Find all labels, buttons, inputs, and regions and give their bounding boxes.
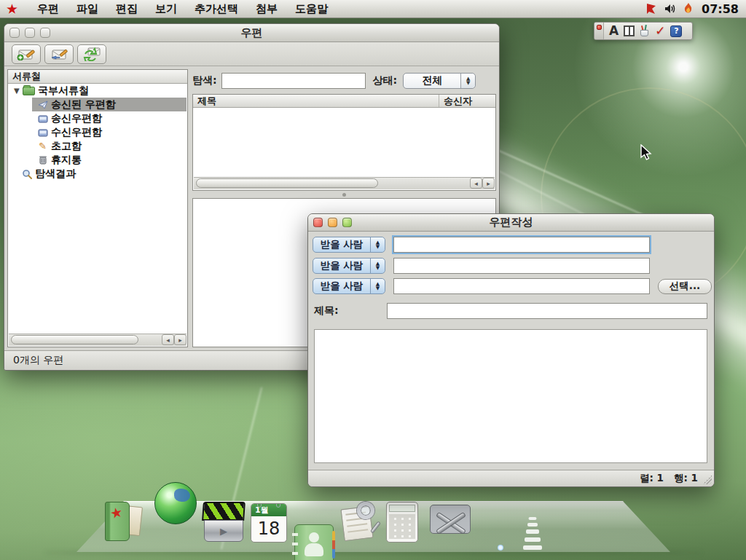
- recipient-input-2[interactable]: [393, 258, 650, 274]
- mail-titlebar[interactable]: 우편: [4, 24, 499, 42]
- subject-label: 제목:: [314, 304, 339, 318]
- running-app-indicator: [498, 545, 503, 551]
- torch-tray-icon[interactable]: [683, 2, 696, 15]
- menu-file[interactable]: 파일: [68, 0, 107, 18]
- status-dropdown[interactable]: 전체 ▲▼: [403, 73, 476, 89]
- tree-item-label: 수신우편함: [51, 126, 102, 139]
- paper-plane-icon: [37, 100, 48, 109]
- resize-grip[interactable]: [703, 476, 712, 484]
- inbox-icon: [37, 127, 48, 137]
- tree-root-label: 국부서류철: [38, 84, 89, 98]
- menu-mail[interactable]: 우편: [28, 0, 68, 18]
- dock-system-tools-icon[interactable]: [428, 502, 472, 543]
- flag-tray-icon[interactable]: [645, 2, 658, 15]
- message-list[interactable]: 제목 송신자 ◂ ▸: [192, 94, 496, 191]
- search-input[interactable]: [221, 73, 366, 89]
- checkmark-icon[interactable]: ✓: [655, 25, 665, 37]
- status-dropdown-value: 전체: [404, 74, 460, 87]
- dropdown-spinner-icon[interactable]: ▲▼: [460, 74, 475, 88]
- menu-options[interactable]: 추가선택: [186, 0, 247, 18]
- new-mail-icon: [17, 47, 36, 60]
- folder-tree-header[interactable]: 서류철: [8, 70, 187, 84]
- folder-icon: [23, 87, 35, 95]
- menubar: ★ 우편 파일 편집 보기 추가선택 첨부 도움말 07:58: [0, 0, 746, 18]
- recipient-type-dropdown[interactable]: 받을 사람 ▲▼: [313, 278, 385, 294]
- ime-close-icon[interactable]: [597, 25, 602, 30]
- column-sender[interactable]: 송신자: [439, 95, 495, 107]
- dock-calendar-icon[interactable]: 1월 18: [251, 503, 287, 543]
- dock-contacts-icon[interactable]: [294, 524, 334, 560]
- subject-input[interactable]: [387, 303, 707, 319]
- dock-media-player-icon[interactable]: ▶: [203, 502, 245, 543]
- recipient-type-value: 받을 사람: [313, 238, 370, 251]
- recipient-row-1: 받을 사람 ▲▼: [313, 237, 707, 253]
- mail-count-text: 0개의 우편: [13, 354, 63, 367]
- column-indicator: 렬: 1: [640, 472, 664, 485]
- scrollbar-thumb[interactable]: [196, 178, 378, 188]
- mail-window-title: 우편: [4, 26, 499, 40]
- dropdown-spinner-icon[interactable]: ▲▼: [370, 279, 385, 293]
- tree-item-inbox[interactable]: 수신우편함: [8, 125, 187, 139]
- list-horizontal-scrollbar[interactable]: ◂ ▸: [194, 177, 495, 189]
- red-star-menu-icon[interactable]: ★: [6, 0, 18, 18]
- dock-document-viewer-icon[interactable]: [338, 500, 379, 543]
- dock-browser-icon[interactable]: [154, 482, 197, 524]
- compose-mail-button[interactable]: [12, 44, 41, 64]
- select-recipient-button[interactable]: 선택...: [658, 279, 712, 294]
- message-body-editor[interactable]: [314, 329, 707, 463]
- layout-panes-icon[interactable]: [624, 25, 635, 36]
- menu-edit[interactable]: 편집: [107, 0, 146, 18]
- mail-toolbar: [4, 42, 499, 66]
- scroll-left-button[interactable]: ◂: [470, 178, 482, 189]
- send-receive-button[interactable]: [77, 44, 106, 64]
- recipient-type-dropdown[interactable]: 받을 사람 ▲▼: [313, 237, 385, 253]
- menu-attach[interactable]: 첨부: [247, 0, 286, 18]
- tree-root-folder[interactable]: ▼ 국부서류철: [8, 84, 187, 98]
- ime-palette: A ✓ ?: [594, 22, 693, 40]
- tree-horizontal-scrollbar[interactable]: ◂ ▸: [9, 334, 186, 346]
- calendar-day: 18: [251, 516, 286, 541]
- scroll-left-button[interactable]: ◂: [162, 334, 174, 345]
- ime-grip[interactable]: [594, 23, 604, 39]
- pencil-cup-icon[interactable]: [640, 25, 650, 36]
- recipient-input-3[interactable]: [393, 278, 650, 294]
- dock: ★ ▶ 1월 18 ♻: [0, 500, 746, 560]
- dock-calculator-icon[interactable]: [386, 502, 418, 543]
- magnifier-icon: [21, 169, 32, 178]
- tree-item-sent[interactable]: 송신된 우편함: [8, 98, 187, 111]
- trash-icon: [37, 155, 48, 165]
- platform-dash-marks: [522, 512, 543, 550]
- recipient-input-1[interactable]: [393, 237, 650, 253]
- recipient-type-dropdown[interactable]: 받을 사람 ▲▼: [313, 258, 385, 274]
- dropdown-spinner-icon[interactable]: ▲▼: [370, 237, 385, 252]
- menu-view[interactable]: 보기: [146, 0, 186, 18]
- tree-item-search-results[interactable]: 탐색결과: [8, 167, 187, 181]
- compose-titlebar[interactable]: 우편작성: [308, 214, 714, 232]
- row-indicator: 행: 1: [674, 472, 698, 485]
- reply-mail-button[interactable]: [44, 44, 74, 64]
- tree-item-outbox[interactable]: 송신우편함: [8, 111, 187, 125]
- tree-item-trash[interactable]: 휴지통: [8, 153, 187, 167]
- dock-documents-icon[interactable]: ★: [103, 500, 144, 543]
- font-icon[interactable]: A: [609, 25, 619, 37]
- scroll-right-button[interactable]: ▸: [482, 178, 495, 189]
- dropdown-spinner-icon[interactable]: ▲▼: [370, 259, 385, 273]
- scroll-right-button[interactable]: ▸: [174, 334, 186, 345]
- message-list-header: 제목 송신자: [193, 95, 495, 108]
- expander-icon[interactable]: ▼: [14, 87, 23, 95]
- outbox-icon: [37, 114, 48, 123]
- scrollbar-thumb[interactable]: [11, 335, 138, 344]
- recipient-row-3: 받을 사람 ▲▼ 선택...: [313, 278, 707, 294]
- volume-tray-icon[interactable]: [664, 2, 677, 15]
- folder-tree-panel: 서류철 ▼ 국부서류철 송신된 우편함 송신우편함: [7, 69, 188, 347]
- pane-splitter[interactable]: [192, 192, 496, 197]
- tree-item-label: 탐색결과: [35, 167, 76, 181]
- menu-help[interactable]: 도움말: [286, 0, 337, 18]
- tree-item-label: 송신된 우편함: [51, 98, 116, 111]
- recipient-row-2: 받을 사람 ▲▼: [313, 258, 707, 274]
- column-subject[interactable]: 제목: [193, 95, 439, 107]
- help-book-icon[interactable]: ?: [670, 25, 682, 37]
- search-label: 탐색:: [192, 74, 217, 87]
- status-label: 상태:: [373, 74, 398, 87]
- tree-item-drafts[interactable]: ✎ 초고함: [8, 139, 187, 153]
